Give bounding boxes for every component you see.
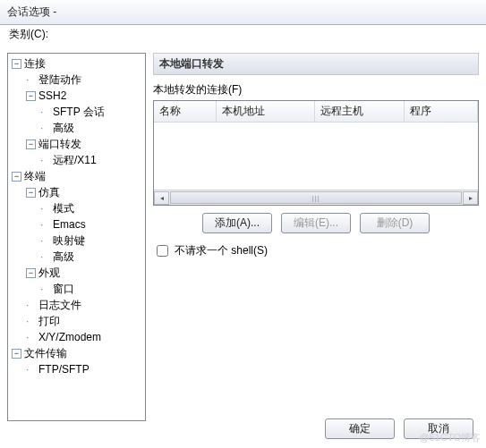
no-shell-row[interactable]: 不请求一个 shell(S): [153, 242, 479, 259]
collapse-icon[interactable]: −: [26, 268, 36, 278]
scroll-right-button[interactable]: ▸: [463, 191, 478, 205]
collapse-icon[interactable]: −: [26, 139, 36, 149]
tree-item[interactable]: ·X/Y/Zmodem: [22, 329, 145, 345]
tree-item-label: SFTP 会话: [53, 105, 105, 120]
tree-item[interactable]: ·日志文件: [22, 297, 145, 313]
col-local[interactable]: 本机地址: [217, 101, 315, 123]
tree-item[interactable]: ·高级: [37, 120, 145, 136]
panel-heading: 本地端口转发: [153, 53, 479, 75]
tree-item-label: 文件传输: [24, 346, 67, 361]
tree-leaf-indent: ·: [40, 106, 53, 118]
collapse-icon[interactable]: −: [12, 59, 21, 69]
tree-item-label: 远程/X11: [53, 153, 97, 168]
collapse-icon[interactable]: −: [12, 172, 21, 182]
tree-item-label: SSH2: [38, 89, 66, 102]
tree-item-label: 登陆动作: [38, 72, 81, 88]
tree-item[interactable]: ·SFTP 会话: [37, 104, 145, 120]
tree-item-label: Emacs: [53, 218, 86, 231]
scroll-thumb[interactable]: [170, 191, 462, 204]
tree-item[interactable]: ·FTP/SFTP: [22, 361, 145, 377]
no-shell-checkbox[interactable]: [157, 245, 168, 257]
tree-item[interactable]: −文件传输: [8, 345, 145, 361]
tree-item-label: 终端: [24, 169, 46, 184]
tree-item[interactable]: −连接: [8, 55, 145, 72]
tree-item-label: 端口转发: [38, 137, 81, 152]
col-remote[interactable]: 远程主机: [315, 101, 405, 123]
tree-leaf-indent: ·: [40, 234, 53, 247]
tree-item-label: 打印: [38, 314, 60, 329]
tree-item[interactable]: ·模式: [37, 200, 145, 216]
no-shell-label: 不请求一个 shell(S): [175, 243, 268, 258]
tree-leaf-indent: ·: [40, 154, 53, 166]
category-tree[interactable]: −连接·登陆动作−SSH2·SFTP 会话·高级−端口转发·远程/X11−终端−…: [7, 53, 146, 421]
tree-leaf-indent: ·: [40, 250, 53, 263]
tree-leaf-indent: ·: [26, 331, 38, 343]
tree-leaf-indent: ·: [40, 283, 53, 295]
title-bar: 会话选项 -: [0, 0, 486, 25]
category-label: 类别(C):: [0, 25, 486, 46]
tree-leaf-indent: ·: [26, 73, 38, 86]
tree-item-label: 高级: [53, 121, 74, 136]
tree-leaf-indent: ·: [26, 363, 38, 376]
tree-item-label: X/Y/Zmodem: [38, 331, 101, 343]
table-body: [154, 123, 478, 190]
cancel-button[interactable]: 取消: [404, 418, 473, 439]
tree-item[interactable]: −SSH2: [22, 88, 145, 104]
tree-item-label: 日志文件: [38, 298, 81, 313]
tree-item[interactable]: ·映射键: [37, 232, 145, 249]
tree-item-label: 仿真: [38, 185, 60, 200]
tree-item[interactable]: ·远程/X11: [37, 152, 145, 168]
tree-leaf-indent: ·: [40, 218, 53, 231]
tree-leaf-indent: ·: [26, 315, 38, 327]
add-button[interactable]: 添加(A)...: [202, 213, 272, 233]
tree-item-label: FTP/SFTP: [38, 363, 90, 376]
tree-item-label: 映射键: [53, 233, 85, 249]
table-header: 名称 本机地址 远程主机 程序: [154, 101, 478, 123]
tree-leaf-indent: ·: [40, 122, 53, 134]
tree-leaf-indent: ·: [40, 202, 53, 215]
tree-item[interactable]: −终端: [8, 168, 145, 184]
delete-button[interactable]: 删除(D): [360, 213, 430, 233]
tree-item[interactable]: −外观: [22, 265, 145, 281]
window-title: 会话选项 -: [7, 4, 56, 20]
list-label: 本地转发的连接(F): [153, 82, 479, 97]
tree-item[interactable]: −端口转发: [22, 136, 145, 152]
tree-item[interactable]: ·高级: [37, 249, 145, 265]
h-scrollbar[interactable]: ◂ ▸: [154, 190, 478, 205]
forward-list[interactable]: 名称 本机地址 远程主机 程序 ◂ ▸: [153, 100, 479, 206]
tree-item-label: 窗口: [53, 282, 74, 297]
tree-item-label: 模式: [53, 201, 74, 216]
tree-item[interactable]: ·登陆动作: [22, 72, 145, 88]
col-prog[interactable]: 程序: [405, 101, 478, 123]
tree-leaf-indent: ·: [26, 299, 38, 311]
col-name[interactable]: 名称: [154, 101, 217, 123]
collapse-icon[interactable]: −: [26, 188, 36, 198]
tree-item[interactable]: ·打印: [22, 313, 145, 329]
edit-button[interactable]: 编辑(E)...: [281, 213, 351, 233]
tree-item-label: 连接: [24, 56, 46, 72]
tree-item[interactable]: ·Emacs: [37, 216, 145, 232]
tree-item[interactable]: ·窗口: [37, 281, 145, 297]
tree-item-label: 高级: [53, 249, 74, 265]
tree-item[interactable]: −仿真: [22, 184, 145, 200]
scroll-left-button[interactable]: ◂: [154, 191, 169, 205]
collapse-icon[interactable]: −: [12, 349, 21, 359]
tree-item-label: 外观: [38, 266, 60, 281]
collapse-icon[interactable]: −: [26, 91, 36, 101]
ok-button[interactable]: 确定: [325, 418, 395, 439]
